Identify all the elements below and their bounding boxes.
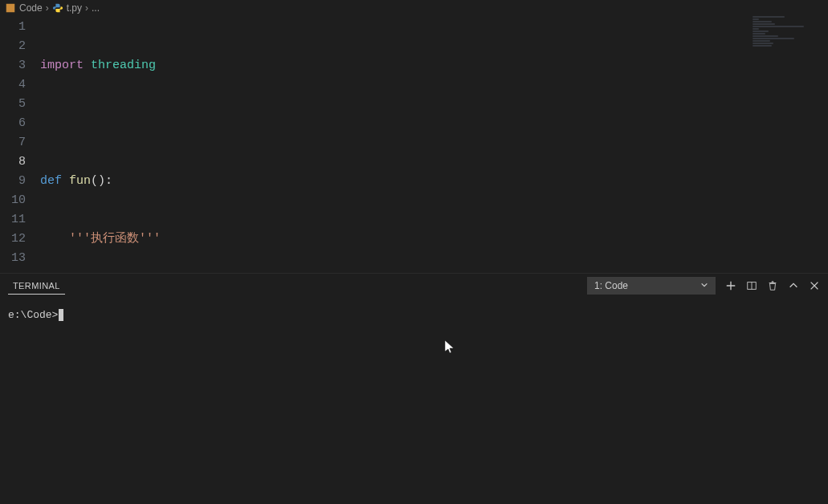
chevron-right-icon: › xyxy=(46,2,49,14)
breadcrumb-root[interactable]: Code xyxy=(19,2,43,14)
breadcrumb: Code › t.py › ... xyxy=(0,0,828,16)
code-content[interactable]: import threading def fun(): '''执行函数''' p… xyxy=(40,16,828,273)
close-panel-button[interactable] xyxy=(809,280,820,291)
svg-rect-0 xyxy=(6,4,15,13)
tab-terminal[interactable]: TERMINAL xyxy=(8,278,65,295)
terminal-body[interactable]: e:\Code> xyxy=(0,295,828,504)
terminal-selector[interactable]: 1: Code xyxy=(587,277,716,295)
new-terminal-button[interactable] xyxy=(725,280,736,291)
breadcrumb-more[interactable]: ... xyxy=(92,2,100,14)
editor-area[interactable]: 1 2 3 4 5 6 7 8 9 10 11 12 13 import thr… xyxy=(0,16,828,273)
terminal-cursor xyxy=(59,309,63,321)
chevron-right-icon: › xyxy=(85,2,88,14)
line-gutter: 1 2 3 4 5 6 7 8 9 10 11 12 13 xyxy=(0,16,40,273)
terminal-panel: TERMINAL 1: Code xyxy=(0,273,828,504)
chevron-down-icon xyxy=(700,280,708,291)
breadcrumb-file[interactable]: t.py xyxy=(67,2,82,14)
kill-terminal-button[interactable] xyxy=(767,280,778,291)
python-icon xyxy=(52,2,63,14)
maximize-panel-button[interactable] xyxy=(788,280,799,291)
split-terminal-button[interactable] xyxy=(746,280,757,291)
terminal-prompt: e:\Code> xyxy=(8,309,58,321)
code-file-icon xyxy=(5,2,16,14)
